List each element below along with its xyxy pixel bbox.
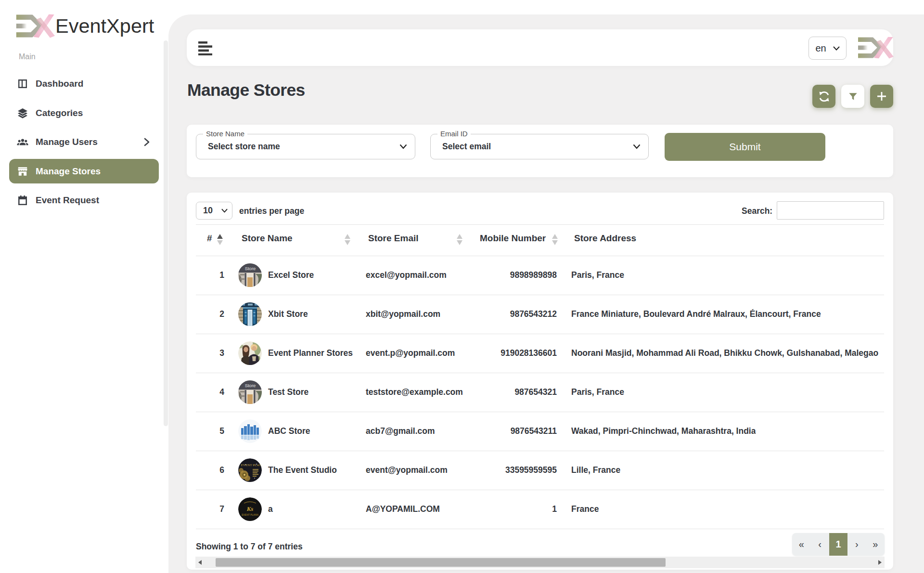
svg-text:Store: Store: [245, 383, 256, 388]
svg-text:Ks: Ks: [246, 505, 254, 512]
svg-text:Store: Store: [245, 266, 256, 271]
svg-text:EVENT PLAN: EVENT PLAN: [241, 463, 262, 467]
svg-text:EVENT PLANN: EVENT PLANN: [242, 513, 258, 516]
